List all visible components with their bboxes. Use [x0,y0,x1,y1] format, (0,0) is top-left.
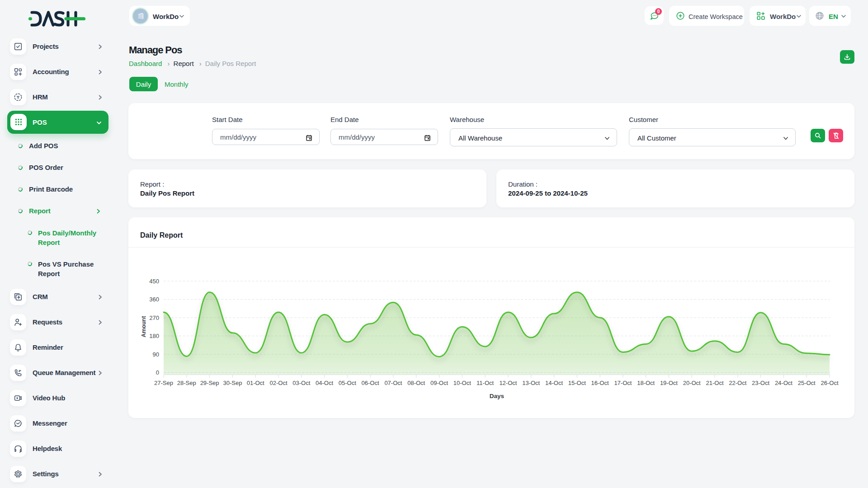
svg-text:24-Oct: 24-Oct [775,380,793,386]
svg-text:01-Oct: 01-Oct [247,380,264,386]
svg-text:15-Oct: 15-Oct [568,380,586,386]
svg-text:25-Oct: 25-Oct [798,380,816,386]
svg-text:Days: Days [490,393,504,399]
svg-text:0: 0 [156,369,159,376]
svg-text:04-Oct: 04-Oct [316,380,333,386]
svg-text:16-Oct: 16-Oct [591,380,609,386]
svg-text:10-Oct: 10-Oct [453,380,471,386]
svg-text:19-Oct: 19-Oct [660,380,678,386]
svg-text:12-Oct: 12-Oct [499,380,517,386]
svg-text:08-Oct: 08-Oct [407,380,425,386]
svg-text:18-Oct: 18-Oct [637,380,655,386]
svg-text:23-Oct: 23-Oct [752,380,769,386]
svg-text:07-Oct: 07-Oct [384,380,402,386]
svg-text:29-Sep: 29-Sep [200,380,219,386]
svg-text:450: 450 [149,278,159,285]
svg-text:360: 360 [149,296,159,303]
svg-text:14-Oct: 14-Oct [545,380,563,386]
svg-text:180: 180 [149,333,159,339]
svg-text:270: 270 [149,314,159,321]
svg-text:13-Oct: 13-Oct [522,380,540,386]
svg-text:28-Sep: 28-Sep [177,380,196,386]
svg-text:21-Oct: 21-Oct [706,380,723,386]
svg-text:22-Oct: 22-Oct [729,380,746,386]
svg-text:90: 90 [153,351,159,358]
svg-text:06-Oct: 06-Oct [362,380,379,386]
svg-text:02-Oct: 02-Oct [269,380,287,386]
svg-text:26-Oct: 26-Oct [821,380,838,386]
svg-text:11-Oct: 11-Oct [476,380,494,386]
svg-text:20-Oct: 20-Oct [683,380,701,386]
svg-text:27-Sep: 27-Sep [154,380,173,386]
svg-text:09-Oct: 09-Oct [430,380,448,386]
svg-text:17-Oct: 17-Oct [614,380,632,386]
svg-text:03-Oct: 03-Oct [292,380,310,386]
svg-text:Amount: Amount [141,316,147,338]
svg-text:30-Sep: 30-Sep [223,380,242,386]
svg-text:05-Oct: 05-Oct [339,380,356,386]
